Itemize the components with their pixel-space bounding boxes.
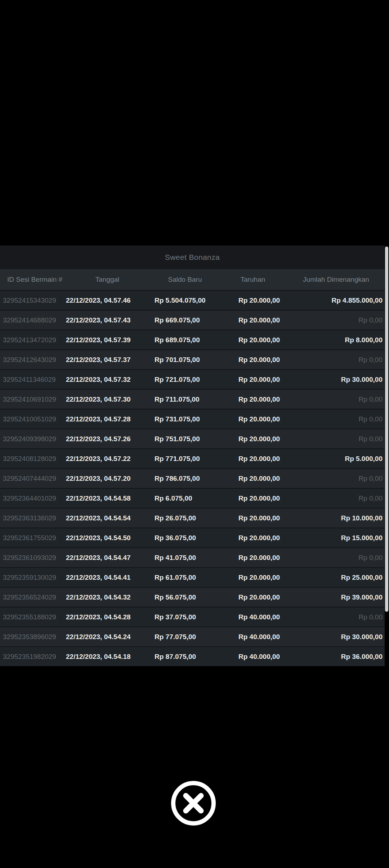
session-id-cell: 32952415343029 bbox=[0, 297, 63, 304]
amount-won-cell: Rp 0,00 bbox=[304, 356, 385, 364]
amount-won-cell: Rp 0,00 bbox=[304, 415, 385, 423]
bet-cell: Rp 20.000,00 bbox=[236, 316, 304, 324]
date-cell: 22/12/2023, 04.57.28 bbox=[63, 415, 152, 423]
bet-cell: Rp 20.000,00 bbox=[236, 356, 304, 364]
date-cell: 22/12/2023, 04.57.46 bbox=[63, 297, 152, 304]
table-row: 3295241134602922/12/2023, 04.57.32Rp 721… bbox=[0, 369, 385, 389]
column-header-session-id: ID Sesi Bermain # bbox=[0, 276, 63, 284]
table-header-row: ID Sesi Bermain # Tanggal Saldo Baru Tar… bbox=[0, 269, 385, 290]
close-button[interactable] bbox=[168, 778, 219, 828]
amount-won-cell: Rp 10.000,00 bbox=[304, 514, 385, 522]
amount-won-cell: Rp 36.000,00 bbox=[304, 653, 385, 661]
session-id-cell: 32952412643029 bbox=[0, 356, 63, 364]
table-row: 3295240812802922/12/2023, 04.57.22Rp 771… bbox=[0, 448, 385, 468]
session-id-cell: 32952414688029 bbox=[0, 316, 63, 324]
session-id-cell: 32952409398029 bbox=[0, 435, 63, 443]
table-row: 3295241534302922/12/2023, 04.57.46Rp 5.5… bbox=[0, 290, 385, 310]
session-id-cell: 32952363136029 bbox=[0, 514, 63, 522]
amount-won-cell: Rp 15.000,00 bbox=[304, 534, 385, 542]
session-id-cell: 32952413472029 bbox=[0, 336, 63, 344]
amount-won-cell: Rp 0,00 bbox=[304, 316, 385, 324]
new-balance-cell: Rp 37.075,00 bbox=[152, 613, 236, 621]
amount-won-cell: Rp 0,00 bbox=[304, 494, 385, 502]
session-id-cell: 32952361093029 bbox=[0, 554, 63, 562]
date-cell: 22/12/2023, 04.54.47 bbox=[63, 554, 152, 562]
table-row: 3295235652402922/12/2023, 04.54.32Rp 56.… bbox=[0, 587, 385, 607]
session-id-cell: 32952359130029 bbox=[0, 574, 63, 582]
column-header-date: Tanggal bbox=[63, 276, 152, 284]
new-balance-cell: Rp 87.075,00 bbox=[152, 653, 236, 661]
new-balance-cell: Rp 41.075,00 bbox=[152, 554, 236, 562]
date-cell: 22/12/2023, 04.57.39 bbox=[63, 336, 152, 344]
table-row: 3295235389602922/12/2023, 04.54.24Rp 77.… bbox=[0, 627, 385, 646]
bet-cell: Rp 40.000,00 bbox=[236, 613, 304, 621]
bet-cell: Rp 20.000,00 bbox=[236, 435, 304, 443]
new-balance-cell: Rp 61.075,00 bbox=[152, 574, 236, 582]
table-row: 3295240939802922/12/2023, 04.57.26Rp 751… bbox=[0, 429, 385, 448]
column-header-amount-won: Jumlah Dimenangkan bbox=[296, 276, 376, 284]
bet-cell: Rp 20.000,00 bbox=[236, 455, 304, 463]
bet-cell: Rp 20.000,00 bbox=[236, 376, 304, 384]
close-icon bbox=[168, 778, 219, 828]
column-header-bet: Taruhan bbox=[219, 276, 287, 284]
amount-won-cell: Rp 0,00 bbox=[304, 613, 385, 621]
date-cell: 22/12/2023, 04.57.26 bbox=[63, 435, 152, 443]
table-row: 3295241347202922/12/2023, 04.57.39Rp 689… bbox=[0, 330, 385, 349]
amount-won-cell: Rp 30.000,00 bbox=[304, 376, 385, 384]
amount-won-cell: Rp 4.855.000,00 bbox=[304, 297, 385, 304]
scrollbar-thumb[interactable] bbox=[385, 247, 388, 612]
session-id-cell: 32952353896029 bbox=[0, 633, 63, 641]
date-cell: 22/12/2023, 04.57.30 bbox=[63, 395, 152, 403]
date-cell: 22/12/2023, 04.54.28 bbox=[63, 613, 152, 621]
bet-cell: Rp 20.000,00 bbox=[236, 494, 304, 502]
game-history-modal: Sweet Bonanza ID Sesi Bermain # Tanggal … bbox=[0, 245, 389, 666]
bet-cell: Rp 20.000,00 bbox=[236, 395, 304, 403]
new-balance-cell: Rp 5.504.075,00 bbox=[152, 297, 236, 304]
new-balance-cell: Rp 26.075,00 bbox=[152, 514, 236, 522]
amount-won-cell: Rp 25.000,00 bbox=[304, 574, 385, 582]
table-row: 3295241069102922/12/2023, 04.57.30Rp 711… bbox=[0, 389, 385, 409]
table-rows[interactable]: 3295241534302922/12/2023, 04.57.46Rp 5.5… bbox=[0, 290, 385, 666]
bet-cell: Rp 20.000,00 bbox=[236, 534, 304, 542]
date-cell: 22/12/2023, 04.57.43 bbox=[63, 316, 152, 324]
bet-cell: Rp 20.000,00 bbox=[236, 297, 304, 304]
date-cell: 22/12/2023, 04.54.58 bbox=[63, 494, 152, 502]
amount-won-cell: Rp 0,00 bbox=[304, 395, 385, 403]
amount-won-cell: Rp 39.000,00 bbox=[304, 593, 385, 601]
date-cell: 22/12/2023, 04.54.24 bbox=[63, 633, 152, 641]
date-cell: 22/12/2023, 04.57.37 bbox=[63, 356, 152, 364]
amount-won-cell: Rp 0,00 bbox=[304, 554, 385, 562]
bet-cell: Rp 40.000,00 bbox=[236, 633, 304, 641]
new-balance-cell: Rp 701.075,00 bbox=[152, 356, 236, 364]
new-balance-cell: Rp 56.075,00 bbox=[152, 593, 236, 601]
session-id-cell: 32952361755029 bbox=[0, 534, 63, 542]
bet-cell: Rp 20.000,00 bbox=[236, 475, 304, 483]
new-balance-cell: Rp 711.075,00 bbox=[152, 395, 236, 403]
table-row: 3295241264302922/12/2023, 04.57.37Rp 701… bbox=[0, 349, 385, 369]
new-balance-cell: Rp 6.075,00 bbox=[152, 494, 236, 502]
date-cell: 22/12/2023, 04.54.18 bbox=[63, 653, 152, 661]
column-header-new-balance: Saldo Baru bbox=[143, 276, 227, 284]
table-row: 3295235198202922/12/2023, 04.54.18Rp 87.… bbox=[0, 646, 385, 666]
new-balance-cell: Rp 721.075,00 bbox=[152, 376, 236, 384]
table-row: 3295241005102922/12/2023, 04.57.28Rp 731… bbox=[0, 409, 385, 429]
bet-cell: Rp 20.000,00 bbox=[236, 574, 304, 582]
session-id-cell: 32952407444029 bbox=[0, 475, 63, 483]
date-cell: 22/12/2023, 04.57.20 bbox=[63, 475, 152, 483]
session-id-cell: 32952356524029 bbox=[0, 593, 63, 601]
bet-cell: Rp 40.000,00 bbox=[236, 653, 304, 661]
bet-cell: Rp 20.000,00 bbox=[236, 336, 304, 344]
bet-cell: Rp 20.000,00 bbox=[236, 415, 304, 423]
bet-cell: Rp 20.000,00 bbox=[236, 554, 304, 562]
table-row: 3295236313602922/12/2023, 04.54.54Rp 26.… bbox=[0, 508, 385, 528]
table-row: 3295236175502922/12/2023, 04.54.50Rp 36.… bbox=[0, 528, 385, 547]
new-balance-cell: Rp 77.075,00 bbox=[152, 633, 236, 641]
date-cell: 22/12/2023, 04.57.22 bbox=[63, 455, 152, 463]
game-title: Sweet Bonanza bbox=[165, 253, 220, 262]
table-row: 3295236109302922/12/2023, 04.54.47Rp 41.… bbox=[0, 547, 385, 567]
session-id-cell: 32952351982029 bbox=[0, 653, 63, 661]
modal-titlebar: Sweet Bonanza bbox=[0, 245, 385, 269]
session-id-cell: 32952408128029 bbox=[0, 455, 63, 463]
date-cell: 22/12/2023, 04.54.32 bbox=[63, 593, 152, 601]
new-balance-cell: Rp 669.075,00 bbox=[152, 316, 236, 324]
